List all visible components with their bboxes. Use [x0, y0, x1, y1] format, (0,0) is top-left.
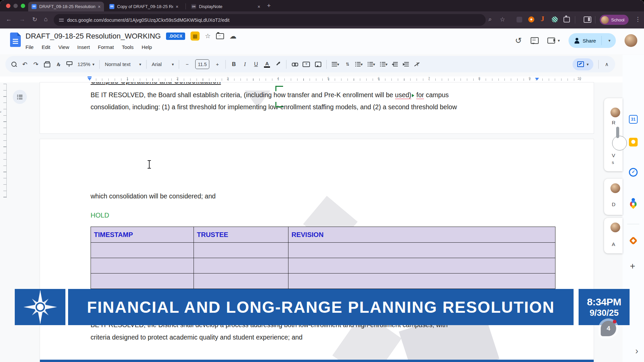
- print-icon[interactable]: [44, 61, 50, 67]
- tab-draft-resolution[interactable]: DRAFT_09-18-25 Resolution ×: [28, 2, 104, 11]
- expand-chevron-icon[interactable]: ›: [635, 346, 638, 356]
- table-row[interactable]: [91, 274, 555, 289]
- insert-link-icon[interactable]: [291, 63, 298, 66]
- document-page-2[interactable]: which consolidation will be considered; …: [40, 139, 594, 362]
- side-panel-icon[interactable]: [584, 16, 591, 23]
- decrease-font-size-button[interactable]: −: [184, 61, 190, 67]
- extension-j-icon[interactable]: J: [541, 15, 544, 23]
- paragraph-style-select[interactable]: Normal text ▾: [105, 61, 141, 67]
- bold-icon[interactable]: B: [231, 61, 237, 67]
- clear-formatting-icon[interactable]: T: [415, 62, 421, 67]
- numbered-list-icon[interactable]: ▾: [380, 62, 387, 67]
- text-color-icon[interactable]: A: [264, 61, 270, 68]
- bookmark-star-icon[interactable]: ☆: [500, 16, 505, 23]
- calendar-icon[interactable]: 31: [629, 115, 638, 124]
- bulleted-list-icon[interactable]: ▾: [368, 62, 375, 67]
- first-line-indent-marker[interactable]: [88, 76, 92, 77]
- browser-menu-icon[interactable]: ⋮: [635, 16, 641, 23]
- comments-icon[interactable]: [531, 37, 539, 44]
- paint-format-icon[interactable]: [66, 63, 72, 65]
- addon-icon[interactable]: [629, 236, 637, 245]
- get-addons-plus-icon[interactable]: +: [630, 261, 635, 272]
- star-document-icon[interactable]: ☆: [205, 32, 211, 40]
- increase-font-size-button[interactable]: +: [214, 61, 220, 67]
- insert-image-icon[interactable]: [315, 62, 321, 67]
- font-size-input[interactable]: 11.5: [195, 59, 209, 69]
- underline-icon[interactable]: U: [253, 61, 259, 67]
- comment-card[interactable]: A: [604, 218, 623, 253]
- version-history-icon[interactable]: ↺: [515, 36, 522, 45]
- banner-time: 8:34PM: [587, 296, 621, 308]
- meet-button[interactable]: ▾: [547, 38, 560, 44]
- document-page-1[interactable]: Campus Operations and Consolidation BE I…: [40, 82, 594, 133]
- menu-file[interactable]: File: [21, 43, 38, 51]
- close-tab-icon[interactable]: ×: [176, 4, 178, 9]
- checklist-icon[interactable]: ▾: [355, 62, 363, 67]
- revision-table[interactable]: TIMESTAMP TRUSTEE REVISION: [91, 227, 555, 289]
- chevron-down-icon[interactable]: ▾: [605, 38, 614, 43]
- menu-view[interactable]: View: [54, 43, 73, 51]
- close-tab-icon[interactable]: ×: [258, 4, 260, 9]
- forward-icon[interactable]: →: [19, 16, 25, 23]
- menu-tools[interactable]: Tools: [118, 43, 138, 51]
- menu-edit[interactable]: Edit: [38, 43, 54, 51]
- extension-icon[interactable]: [528, 16, 534, 22]
- highlight-color-icon[interactable]: [275, 64, 281, 65]
- comment-text-clipped: V: [612, 153, 615, 158]
- spell-check-icon[interactable]: A: [55, 62, 61, 67]
- cloud-saved-icon[interactable]: ☁: [229, 32, 236, 40]
- document-title[interactable]: DRAFT_09-18-25 Resolution_WORKING: [25, 32, 161, 41]
- table-row[interactable]: [91, 258, 555, 274]
- menu-insert[interactable]: Insert: [73, 43, 94, 51]
- yellow-mode-icon[interactable]: ▦: [191, 32, 200, 41]
- comment-card[interactable]: R V s: [604, 98, 623, 171]
- horizontal-ruler[interactable]: 1 2 3 4 5 6 7 8 9 10: [0, 76, 623, 82]
- font-select[interactable]: Arial ▾: [152, 61, 174, 67]
- annotation-badge[interactable]: 4: [601, 321, 616, 336]
- table-row[interactable]: [91, 243, 555, 258]
- reload-icon[interactable]: ↻: [32, 16, 37, 23]
- account-avatar[interactable]: [625, 34, 637, 47]
- collapse-toolbar-icon[interactable]: ∧: [604, 61, 610, 67]
- tab-displaynote[interactable]: DN DisplayNote ×: [188, 2, 264, 11]
- new-tab-button[interactable]: +: [267, 2, 271, 9]
- editing-mode-button[interactable]: ▾: [573, 58, 593, 70]
- show-outline-button[interactable]: [13, 90, 27, 104]
- zoom-page-icon[interactable]: ⌕: [488, 16, 492, 23]
- increase-indent-icon[interactable]: [404, 62, 410, 66]
- decrease-indent-icon[interactable]: [392, 62, 398, 66]
- site-settings-icon[interactable]: [59, 18, 64, 22]
- tab-copy-of-draft[interactable]: Copy of DRAFT_09-18-25 Re ×: [106, 2, 182, 11]
- menu-format[interactable]: Format: [94, 43, 118, 51]
- comment-card[interactable]: D: [604, 179, 623, 215]
- add-comment-icon[interactable]: +: [303, 62, 310, 67]
- extensions-puzzle-icon[interactable]: [564, 17, 570, 22]
- home-icon[interactable]: ⌂: [44, 16, 48, 23]
- undo-icon[interactable]: ↶: [22, 61, 28, 68]
- close-window-button[interactable]: [6, 4, 10, 8]
- browser-profile-chip[interactable]: School: [600, 15, 629, 25]
- keep-icon[interactable]: [629, 138, 638, 146]
- align-icon[interactable]: ▾: [332, 62, 339, 67]
- extension-icon[interactable]: [517, 17, 522, 22]
- search-menus-icon[interactable]: [11, 62, 17, 67]
- extension-globe-icon[interactable]: [552, 16, 558, 22]
- minimize-window-button[interactable]: [13, 4, 18, 8]
- zoom-select[interactable]: 125% ▾: [77, 61, 94, 67]
- address-bar[interactable]: docs.google.com/document/d/1Ajvg0SUzqJCk…: [54, 14, 486, 26]
- italic-icon[interactable]: I: [242, 61, 248, 67]
- redo-icon[interactable]: ↷: [33, 61, 39, 68]
- menu-help[interactable]: Help: [138, 43, 156, 51]
- right-indent-marker[interactable]: [535, 78, 539, 82]
- close-tab-icon[interactable]: ×: [98, 4, 101, 9]
- google-docs-logo[interactable]: [10, 33, 21, 48]
- share-button[interactable]: Share ▾: [569, 33, 616, 48]
- move-folder-icon[interactable]: [216, 33, 224, 39]
- scrollbar-thumb[interactable]: [616, 127, 619, 138]
- vertical-ruler[interactable]: 2: [2, 84, 7, 198]
- tasks-icon[interactable]: [629, 168, 638, 177]
- line-spacing-icon[interactable]: ⇅: [344, 62, 350, 67]
- back-icon[interactable]: ←: [6, 16, 12, 23]
- zoom-window-button[interactable]: [21, 4, 25, 8]
- left-indent-marker[interactable]: [88, 78, 92, 82]
